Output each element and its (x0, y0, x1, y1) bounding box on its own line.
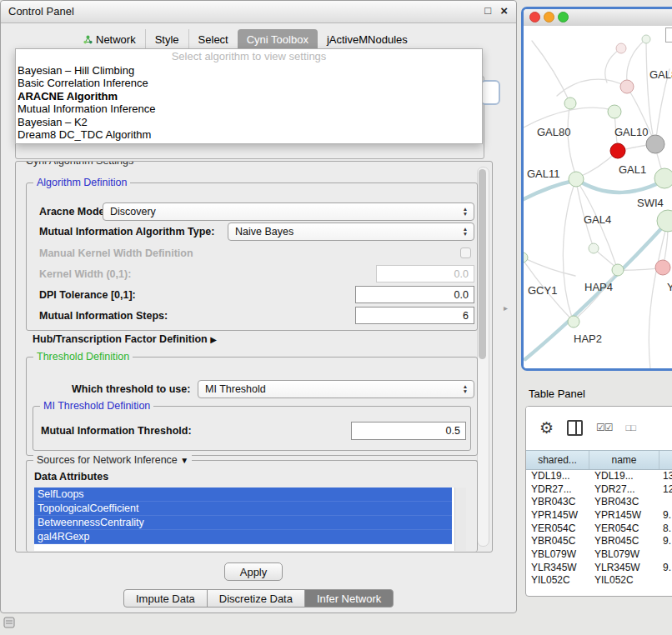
table-row[interactable]: YDL19...YDL19...13 (526, 469, 672, 482)
manual-kernel-checkbox[interactable] (460, 248, 471, 258)
table-cell: 9. (659, 509, 672, 521)
network-edge (579, 185, 618, 270)
list-scrollbar[interactable] (454, 488, 466, 551)
network-canvas[interactable]: GAL8GAL80GAL10GAL11GAL1SWI4GAL4GCY1HAP4H… (524, 26, 672, 368)
column-header-name[interactable]: name (589, 451, 659, 469)
tab-cyni-toolbox[interactable]: Cyni Toolbox (238, 29, 318, 49)
gear-icon[interactable]: ⚙ (539, 420, 554, 436)
close-button[interactable] (529, 12, 540, 22)
network-node-label: GAL1 (619, 163, 646, 176)
network-node[interactable] (642, 35, 650, 43)
network-node[interactable] (524, 252, 528, 262)
control-panel-titlebar: Control Panel □ × (1, 1, 516, 23)
table-cell: 12 (659, 483, 672, 495)
select-all-checkboxes-icon[interactable]: ☑☑ (596, 422, 613, 433)
network-node[interactable] (654, 168, 672, 188)
network-node[interactable] (620, 80, 634, 93)
network-node-label: GAL8 (649, 68, 672, 81)
which-threshold-combo[interactable]: MI Threshold ▲▼ (198, 380, 474, 398)
tab-label: Cyni Toolbox (247, 33, 308, 46)
network-edge (532, 41, 570, 103)
settings-scrollbar[interactable] (477, 167, 489, 547)
aracne-mode-combo[interactable]: Discovery ▲▼ (103, 202, 474, 221)
network-graph: GAL8GAL80GAL10GAL11GAL1SWI4GAL4GCY1HAP4H… (524, 26, 672, 368)
network-node[interactable] (608, 105, 621, 118)
network-node[interactable] (610, 143, 625, 158)
table-cell: YBR043C (589, 496, 659, 508)
kernel-width-field[interactable] (376, 265, 474, 282)
apply-button[interactable]: Apply (224, 562, 283, 581)
data-attribute-item[interactable]: SelfLoops (34, 488, 452, 502)
tab-style[interactable]: Style (145, 29, 188, 49)
column-header-shared[interactable]: shared... (526, 451, 589, 469)
table-header-row: shared...name (526, 450, 672, 470)
columns-icon[interactable] (567, 420, 583, 436)
table-row[interactable]: YPR145WYPR145W9. (526, 508, 672, 522)
algorithm-option-aracne-algorithm[interactable]: ARACNE Algorithm (16, 90, 482, 102)
tab-infer-network[interactable]: Infer Network (304, 589, 394, 608)
data-attribute-item[interactable]: BetweennessCentrality (34, 516, 452, 530)
mi-steps-label: Mutual Information Steps: (39, 310, 168, 322)
column-header-col2[interactable] (659, 451, 672, 469)
mi-steps-field[interactable] (355, 307, 474, 324)
table-row[interactable]: YBL079WYBL079W (526, 548, 672, 561)
dpi-tolerance-label: DPI Tolerance [0,1]: (39, 289, 136, 301)
network-node[interactable] (616, 43, 626, 53)
dropdown-item-list: Bayesian – Hill ClimbingBasic Correlatio… (16, 64, 482, 141)
table-panel-window: ⚙ ☑☑ □□ shared...name YDL19...YDL19...13… (525, 406, 672, 597)
table-row[interactable]: YIL052CYIL052C (526, 574, 672, 588)
network-node[interactable] (646, 135, 664, 153)
dpi-tolerance-field[interactable] (355, 286, 474, 303)
algorithm-combo-stub[interactable] (480, 80, 500, 105)
mi-type-combo[interactable]: Naive Bayes ▲▼ (228, 222, 474, 241)
minimize-button[interactable] (544, 12, 554, 22)
network-node-label: GAL80 (537, 126, 570, 138)
data-attribute-item[interactable]: gal4RGexp (34, 530, 452, 544)
table-row[interactable]: YBR045CYBR045C9. (526, 534, 672, 548)
table-row[interactable]: YBR043CYBR043C (526, 495, 672, 508)
network-node[interactable] (655, 260, 670, 275)
data-attribute-item[interactable]: TopologicalCoefficient (34, 502, 452, 516)
mi-threshold-field[interactable] (351, 422, 466, 440)
deselect-all-checkboxes-icon[interactable]: □□ (626, 422, 635, 432)
table-row[interactable]: YER054CYER054C8. (526, 522, 672, 535)
table-cell: 9. (659, 562, 672, 573)
table-body: YDL19...YDL19...13YDR27...YDR27...12YBR0… (526, 469, 672, 596)
network-node[interactable] (589, 243, 599, 253)
close-panel-icon[interactable]: × (500, 3, 508, 18)
network-scrollbar-stub[interactable] (665, 28, 672, 42)
table-row[interactable]: YLR345WYLR345W9. (526, 561, 672, 574)
tab-select[interactable]: Select (188, 29, 238, 49)
table-cell: 8. (659, 522, 672, 534)
zoom-button[interactable] (558, 12, 569, 22)
network-window-titlebar (524, 9, 672, 27)
network-node[interactable] (564, 98, 576, 109)
table-cell: YDR27... (526, 483, 589, 495)
network-node-label: HAP4 (584, 281, 613, 293)
minimized-panel-icon[interactable] (3, 617, 16, 632)
algorithm-option-bayesian-k2[interactable]: Bayesian – K2 (16, 116, 482, 128)
table-panel-title: Table Panel (529, 388, 585, 400)
float-window-icon[interactable]: □ (484, 4, 491, 17)
threshold-definition-title: Threshold Definition (33, 351, 133, 362)
table-cell: YDL19... (526, 470, 589, 482)
table-row[interactable]: YDR27...YDR27...12 (526, 482, 672, 496)
sources-group-title[interactable]: Sources for Network Inference ▼ (33, 454, 192, 466)
tab-discretize-data[interactable]: Discretize Data (207, 589, 305, 608)
algorithm-option-mutual-information-inference[interactable]: Mutual Information Inference (16, 102, 482, 115)
network-node[interactable] (568, 316, 579, 328)
tab-impute-data[interactable]: Impute Data (123, 589, 208, 608)
algorithm-option-bayesian-hill-climbing[interactable]: Bayesian – Hill Climbing (16, 64, 482, 77)
network-node[interactable] (612, 264, 624, 276)
settings-scrollbar-thumb[interactable] (479, 169, 486, 359)
table-cell: YIL052C (589, 574, 659, 586)
tab-network[interactable]: Network (74, 29, 145, 49)
algorithm-option-dream8-dc-tdc-algorithm[interactable]: Dream8 DC_TDC Algorithm (16, 128, 482, 141)
network-node[interactable] (569, 172, 584, 187)
table-cell: YDR27... (589, 483, 659, 495)
algorithm-option-basic-correlation-inference[interactable]: Basic Correlation Inference (16, 77, 482, 89)
panel-splitter-handle[interactable]: ▸ (504, 303, 508, 312)
hub-definition-toggle[interactable]: Hub/Transcription Factor Definition ▶ (33, 333, 217, 345)
table-cell: YPR145W (589, 509, 659, 521)
tab-jactivemnodules[interactable]: jActiveMNodules (318, 29, 417, 49)
